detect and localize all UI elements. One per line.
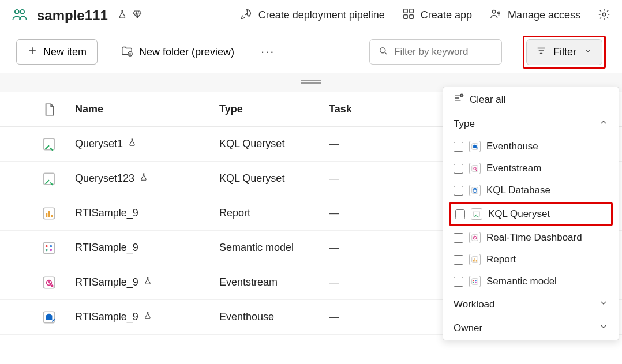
manage-access-label: Manage access [508,9,580,21]
row-name-text: RTISample_9 [75,207,138,219]
new-folder-label: New folder (preview) [139,46,234,58]
filter-option-icon [471,208,482,220]
row-name[interactable]: RTISample_9 [75,207,219,219]
top-bar: sample111 Create deployment pipeline Cre… [0,0,622,31]
filter-option-label: KQL Database [486,185,550,196]
filter-option-checkbox[interactable] [454,233,463,243]
filter-option-checkbox[interactable] [455,209,465,219]
flask-icon[interactable] [117,9,128,22]
rocket-icon [240,7,253,23]
row-type-icon [23,310,75,325]
filter-option-icon [469,254,481,265]
row-type-text: KQL Queryset [219,138,329,150]
create-app-button[interactable]: Create app [402,7,472,23]
workspace-title: sample111 [37,7,108,24]
new-item-button[interactable]: New item [16,39,98,65]
new-item-label: New item [43,46,87,58]
flask-icon [128,138,137,150]
filter-option-checkbox[interactable] [454,186,463,196]
filter-option-label: Semantic model [486,276,557,287]
filter-option-icon [469,232,481,243]
row-type-icon [23,137,75,152]
row-task: — [329,207,398,219]
create-pipeline-button[interactable]: Create deployment pipeline [240,7,385,23]
filter-option-icon [469,276,481,287]
filter-option[interactable]: Eventhouse [443,136,619,157]
filter-section-owner-label: Owner [454,322,482,334]
filter-option[interactable]: Real-Time Dashboard [443,227,619,249]
row-type-icon [23,241,75,256]
more-menu-button[interactable]: ··· [257,44,278,59]
filter-keyword-input[interactable] [394,46,516,58]
folder-plus-icon [121,44,133,60]
filter-section-type-label: Type [454,118,475,130]
row-type-text: Eventstream [219,276,329,288]
row-name[interactable]: RTISample_9 [75,242,219,254]
filter-option-checkbox[interactable] [454,277,463,287]
flask-icon [143,311,152,323]
filter-button[interactable]: Filter [526,39,602,65]
filter-option-checkbox[interactable] [454,164,463,174]
row-type-text: Eventhouse [219,311,329,323]
filter-keyword-input-wrap[interactable] [369,39,502,65]
filter-option-label: Real-Time Dashboard [486,232,582,243]
settings-gear-icon[interactable] [598,8,610,23]
row-name[interactable]: RTISample_9 [75,311,219,323]
row-task: — [329,311,398,323]
new-folder-button[interactable]: New folder (preview) [110,39,245,65]
apps-icon [402,7,415,23]
filter-option-checkbox[interactable] [454,255,463,265]
filter-section-workload[interactable]: Workload [443,292,619,316]
filter-option-checkbox[interactable] [454,142,463,152]
filter-option-label: Report [486,254,516,265]
row-task: — [329,276,398,288]
people-access-icon [489,7,502,23]
filter-button-highlight: Filter [523,36,606,69]
row-name[interactable]: Queryset1 [75,138,219,150]
chevron-down-icon [599,298,608,310]
filter-option-label: Eventstream [486,163,541,174]
filter-option-icon [469,163,481,174]
column-name[interactable]: Name [75,103,219,115]
row-name-text: RTISample_9 [75,242,138,254]
row-type-text: KQL Queryset [219,172,329,185]
column-task[interactable]: Task [329,103,398,115]
chevron-down-icon [583,46,593,58]
filter-option[interactable]: KQL Database [443,179,619,201]
column-type[interactable]: Type [219,103,329,115]
premium-diamond-icon[interactable] [132,9,143,22]
flask-icon [143,276,152,288]
chevron-down-icon [599,322,608,334]
row-name-text: RTISample_9 [75,276,138,288]
plus-icon [27,46,38,59]
row-type-icon [23,171,75,186]
filter-option-label: KQL Queryset [488,208,550,220]
workspace-icon [12,6,28,25]
filter-option-icon [469,185,481,196]
filter-section-workload-label: Workload [454,299,495,310]
row-name[interactable]: Queryset123 [75,172,219,185]
filter-option-label: Eventhouse [486,141,538,152]
row-name[interactable]: RTISample_9 [75,276,219,288]
filter-option[interactable]: KQL Queryset [449,202,613,226]
row-type-icon [23,275,75,290]
filter-section-type[interactable]: Type [443,112,619,136]
clear-all-button[interactable]: Clear all [443,87,619,112]
create-pipeline-label: Create deployment pipeline [258,9,385,21]
filter-label: Filter [553,46,576,58]
filter-flyout: Clear all Type Eventhouse Eventstream KQ… [443,87,619,340]
manage-access-button[interactable]: Manage access [489,7,580,23]
flask-icon [139,172,148,185]
row-task: — [329,242,398,254]
toolbar: New item New folder (preview) ··· Filter [0,31,622,73]
filter-icon [536,46,546,59]
filter-option[interactable]: Semantic model [443,271,619,292]
chevron-up-icon [599,118,608,130]
create-app-label: Create app [421,9,472,21]
filter-option[interactable]: Report [443,249,619,271]
filter-option[interactable]: Eventstream [443,157,619,179]
clear-icon [454,93,464,106]
column-icon [23,102,75,117]
filter-section-owner[interactable]: Owner [443,316,619,340]
filter-option-icon [469,141,481,152]
